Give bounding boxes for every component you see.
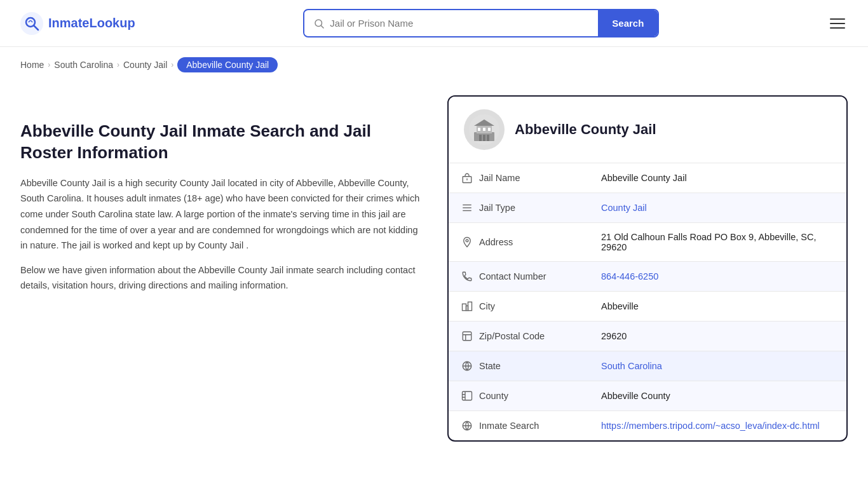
table-row: Inmate Search https://members.tripod.com… <box>449 411 846 441</box>
label-text: Jail Type <box>479 203 515 213</box>
svg-rect-12 <box>478 128 480 131</box>
label-text: City <box>479 301 495 311</box>
hamburger-line-2 <box>830 23 845 24</box>
label-text: Address <box>479 237 513 247</box>
county-row-icon <box>461 390 473 402</box>
breadcrumb-sep-2: › <box>117 60 119 69</box>
search-globe-row-icon <box>461 420 473 431</box>
phone-link[interactable]: 864-446-6250 <box>601 271 658 281</box>
value-county: Abbeville County <box>588 381 846 411</box>
list-row-icon <box>461 202 473 214</box>
svg-rect-28 <box>463 391 472 400</box>
jail-type-link[interactable]: County Jail <box>601 203 647 213</box>
label-inmate-search: Inmate Search <box>461 420 576 431</box>
description-paragraph-2: Below we have given information about th… <box>20 262 427 294</box>
label-jail-name: Jail Name <box>461 172 576 184</box>
hamburger-menu-button[interactable] <box>827 16 848 31</box>
label-text: State <box>479 361 501 371</box>
table-row: Contact Number 864-446-6250 <box>449 262 846 292</box>
value-contact: 864-446-6250 <box>588 262 846 292</box>
svg-point-3 <box>315 20 322 27</box>
value-jail-name: Abbeville County Jail <box>588 163 846 193</box>
city-row-icon <box>461 301 473 312</box>
label-text: Jail Name <box>479 173 520 183</box>
jail-row-icon <box>461 172 473 184</box>
breadcrumb: Home › South Carolina › County Jail › Ab… <box>0 47 868 83</box>
value-jail-type: County Jail <box>588 193 846 223</box>
value-inmate-search: https://members.tripod.com/~acso_leva/in… <box>588 411 846 441</box>
page-title: Abbeville County Jail Inmate Search and … <box>20 121 427 164</box>
avatar <box>464 109 505 150</box>
svg-rect-21 <box>463 304 466 311</box>
label-text: Zip/Postal Code <box>479 331 545 341</box>
svg-rect-10 <box>483 135 485 141</box>
description-paragraph-1: Abbeville County Jail is a high security… <box>20 175 427 254</box>
zip-row-icon <box>461 330 473 342</box>
svg-rect-13 <box>483 128 485 131</box>
svg-rect-9 <box>479 135 482 141</box>
label-county: County <box>461 390 576 402</box>
search-bar: Search <box>303 9 659 37</box>
table-row: Zip/Postal Code 29620 <box>449 322 846 351</box>
header: InmateLookup Search <box>0 0 868 47</box>
phone-row-icon <box>461 271 473 282</box>
pin-row-icon <box>461 236 473 248</box>
globe-row-icon <box>461 360 473 372</box>
label-text: County <box>479 391 508 401</box>
table-row: Address 21 Old Calhoun Falls Road PO Box… <box>449 223 846 262</box>
value-zip: 29620 <box>588 322 846 351</box>
breadcrumb-sep-3: › <box>171 60 173 69</box>
breadcrumb-type[interactable]: County Jail <box>123 60 167 70</box>
hamburger-line-1 <box>830 18 845 20</box>
value-city: Abbeville <box>588 292 846 322</box>
label-contact: Contact Number <box>461 271 576 282</box>
breadcrumb-sep-1: › <box>48 60 50 69</box>
value-address: 21 Old Calhoun Falls Road PO Box 9, Abbe… <box>588 223 846 262</box>
jail-building-icon <box>469 114 499 145</box>
logo-text: InmateLookup <box>48 16 135 30</box>
svg-rect-22 <box>468 302 472 311</box>
table-row: State South Carolina <box>449 351 846 381</box>
svg-point-0 <box>20 12 43 35</box>
label-city: City <box>461 301 576 312</box>
label-text: Inmate Search <box>479 421 539 431</box>
hamburger-line-3 <box>830 27 845 29</box>
main-content: Abbeville County Jail Inmate Search and … <box>0 83 868 467</box>
description-block: Abbeville County Jail is a high security… <box>20 175 427 294</box>
table-row: City Abbeville <box>449 292 846 322</box>
table-row: Jail Type County Jail <box>449 193 846 223</box>
svg-rect-11 <box>487 135 489 141</box>
card-header: Abbeville County Jail <box>449 97 846 163</box>
value-state: South Carolina <box>588 351 846 381</box>
svg-line-4 <box>322 25 324 28</box>
label-state: State <box>461 360 576 372</box>
search-button[interactable]: Search <box>598 10 658 36</box>
label-text: Contact Number <box>479 271 546 281</box>
svg-rect-23 <box>466 306 468 311</box>
label-zip: Zip/Postal Code <box>461 330 576 342</box>
info-card: Abbeville County Jail Jail Name Abbevill… <box>447 95 848 442</box>
breadcrumb-active: Abbeville County Jail <box>177 57 278 72</box>
inmate-search-link[interactable]: https://members.tripod.com/~acso_leva/in… <box>601 421 820 431</box>
svg-point-20 <box>466 240 468 242</box>
search-icon <box>313 18 325 29</box>
breadcrumb-state[interactable]: South Carolina <box>54 60 113 70</box>
table-row: Jail Name Abbeville County Jail <box>449 163 846 193</box>
svg-rect-14 <box>488 128 491 131</box>
right-column: Abbeville County Jail Jail Name Abbevill… <box>447 95 848 442</box>
search-input[interactable] <box>330 11 589 35</box>
card-title: Abbeville County Jail <box>515 121 656 138</box>
svg-rect-24 <box>463 332 471 341</box>
left-column: Abbeville County Jail Inmate Search and … <box>20 95 427 442</box>
state-link[interactable]: South Carolina <box>601 361 662 371</box>
table-row: County Abbeville County <box>449 381 846 411</box>
breadcrumb-home[interactable]: Home <box>20 60 44 70</box>
label-jail-type: Jail Type <box>461 202 576 214</box>
logo-link[interactable]: InmateLookup <box>20 12 135 35</box>
label-address: Address <box>461 236 576 248</box>
logo-icon <box>20 12 43 35</box>
info-table: Jail Name Abbeville County Jail Jail Typ… <box>449 163 846 440</box>
